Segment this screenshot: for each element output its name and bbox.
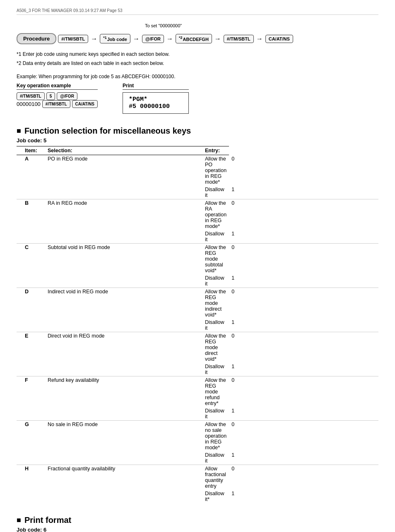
row-item: Refund key availability [45,376,202,421]
table-row: FRefund key availabilityAllow the REG mo… [17,376,378,407]
arrow-1: → [91,35,97,43]
note-1: *1 Enter job code using numeric keys spe… [17,50,378,59]
abcdefgh-key: *2ABCDEFGH [176,34,212,43]
row-letter: E [22,332,45,376]
row-entry: 0 [229,199,378,230]
function-job-code: Job code: 5 [17,137,378,144]
row-selection: Disallow it [202,186,229,199]
row-selection: Allow the RA operation in REG mode* [202,199,229,230]
arrow-2: → [133,35,140,43]
row-item: Fractional quantity availability [45,465,202,503]
row-selection: Disallow it [202,363,229,376]
page-header: A506_3 FOR THE MANAGER 09.10.14 9:27 AM … [17,8,378,15]
row-item: RA in REG mode [45,199,202,244]
print-title: Print [123,83,189,90]
row-asterisk [17,244,22,288]
row-item: Indirect void in REG mode [45,288,202,332]
row-letter: A [22,155,45,199]
row-selection: Allow the REG mode indirect void* [202,288,229,319]
print-box: *PGM* #5 00000100 [123,92,189,114]
key-op-row-1: #/TM/SBTL 5 @/FOR [17,92,98,100]
row-letter: D [22,288,45,332]
th-item: Item: [22,146,45,155]
row-entry: 1 [229,186,378,199]
key-tm-sbtl-2: #/TM/SBTL [224,35,254,43]
ex-key-5: 5 [46,92,55,100]
row-selection: Allow the REG mode direct void* [202,332,229,363]
table-row: DIndirect void in REG modeAllow the REG … [17,288,378,319]
row-entry: 1 [229,230,378,244]
note-2: *2 Data entry details are listed on each… [17,59,378,68]
row-selection: Disallow it [202,407,229,421]
row-asterisk [17,288,22,332]
notes-section: *1 Enter job code using numeric keys spe… [17,50,378,68]
arrow-4: → [214,35,221,43]
row-selection: Disallow it [202,274,229,288]
set-label: To set "00000000" [145,23,378,28]
procedure-flow: Procedure #/TM/SBTL → *1Job code → @/FOR… [17,33,378,44]
row-entry: 0 [229,332,378,363]
row-asterisk [17,199,22,244]
table-header-row: Item: Selection: Entry: [17,146,378,155]
key-op-row-2: 00000100 #/TM/SBTL CA/AT/NS [17,100,98,108]
print-format-section: Print format Job code: 6 Item: Selection… [17,515,378,532]
row-selection: Allow the REG mode refund entry* [202,376,229,407]
row-selection: Disallow it [202,451,229,465]
row-selection: Allow the PO operation in REG mode* [202,155,229,186]
row-asterisk [17,421,22,465]
row-selection: Allow fractional quantity entry [202,465,229,490]
print-format-job-code: Job code: 6 [17,527,378,532]
row-entry: 1 [229,319,378,332]
row-asterisk [17,155,22,199]
arrow-5: → [256,35,263,43]
table-row: GNo sale in REG modeAllow the no sale op… [17,421,378,452]
arrow-3: → [166,35,173,43]
row-selection: Disallow it [202,319,229,332]
table-row: HFractional quantity availabilityAllow f… [17,465,378,490]
row-letter: H [22,465,45,503]
procedure-label: Procedure [17,33,56,44]
row-item: No sale in REG mode [45,421,202,465]
row-selection: Allow the no sale operation in REG mode* [202,421,229,452]
ex-key-ca: CA/AT/NS [72,100,98,108]
row-letter: G [22,421,45,465]
row-asterisk [17,376,22,421]
function-selection-table: Item: Selection: Entry: APO in REG modeA… [17,146,378,503]
ex-key-sbtl: #/TM/SBTL [17,92,45,100]
row-entry: 0 [229,288,378,319]
row-selection: Disallow it* [202,490,229,503]
row-entry: 1 [229,363,378,376]
row-entry: 1 [229,451,378,465]
ex-value: 00000100 [17,101,41,107]
row-entry: 0 [229,465,378,490]
job-code-key: *1Job code [100,34,130,43]
ca-at-ns-key: CA/AT/NS [265,35,293,43]
example-section: Example: When programming for job code 5… [17,74,378,114]
row-item: Subtotal void in REG mode [45,244,202,288]
row-entry: 0 [229,155,378,186]
key-op-col: Key operation example #/TM/SBTL 5 @/FOR … [17,83,98,114]
table-row: CSubtotal void in REG modeAllow the REG … [17,244,378,275]
th-selection: Selection: [45,146,202,155]
key-op-title: Key operation example [17,83,98,90]
row-selection: Allow the REG mode subtotal void* [202,244,229,275]
for-key: @/FOR [142,35,164,43]
row-entry: 1 [229,274,378,288]
ex-key-for: @/FOR [57,92,77,100]
row-selection: Disallow it [202,230,229,244]
table-row: BRA in REG modeAllow the RA operation in… [17,199,378,230]
print-format-heading: Print format [17,515,378,525]
print-line-1: *PGM* [129,96,183,103]
row-entry: 0 [229,421,378,452]
table-row: APO in REG modeAllow the PO operation in… [17,155,378,186]
row-entry: 1 [229,407,378,421]
example-label: Example: When programming for job code 5… [17,74,378,79]
row-asterisk [17,465,22,503]
print-col: Print *PGM* #5 00000100 [123,83,189,114]
print-line-2: #5 00000100 [129,103,183,110]
ex-key-sbtl-2: #/TM/SBTL [42,100,70,108]
row-entry: 0 [229,244,378,275]
procedure-section: To set "00000000" Procedure #/TM/SBTL → … [17,23,378,114]
row-letter: C [22,244,45,288]
row-letter: F [22,376,45,421]
